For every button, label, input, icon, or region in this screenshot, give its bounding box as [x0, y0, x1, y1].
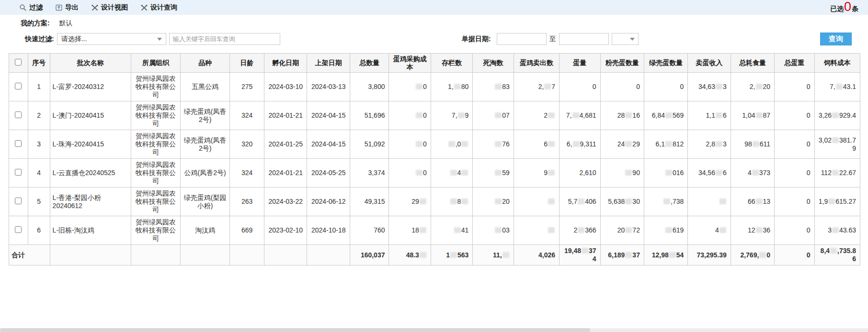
- column-header-breed[interactable]: 品种: [181, 54, 230, 73]
- column-header-green[interactable]: 绿壳蛋数量: [644, 54, 687, 73]
- quick-filter-select[interactable]: 请选择...: [57, 33, 166, 45]
- column-header-income[interactable]: 卖蛋收入: [688, 54, 731, 73]
- horizontal-scrollbar[interactable]: [0, 328, 868, 332]
- cell-pink: 90: [600, 159, 644, 188]
- column-header-cost[interactable]: 饲料成本: [814, 54, 860, 73]
- column-header-purchase[interactable]: 蛋鸡采购成本: [389, 54, 431, 73]
- totals-cell-cost: 8,4,735.86: [814, 245, 860, 266]
- cell-sold: 2,7: [514, 73, 559, 101]
- column-header-total[interactable]: 总数量: [350, 54, 389, 73]
- column-header-shelf[interactable]: 上架日期: [307, 54, 350, 73]
- cell-green: 6,1812: [644, 130, 687, 159]
- column-header-seq[interactable]: 序号: [28, 54, 50, 73]
- cell-seq: 1: [28, 73, 50, 101]
- cell-purchase: 0: [389, 130, 431, 159]
- filter-button[interactable]: 过滤: [19, 3, 43, 12]
- table-row: 3L-珠海-20240415贺州绿凤园农牧科技有限公司绿壳蛋鸡(凤香2号)320…: [9, 130, 860, 159]
- export-icon: [55, 4, 63, 11]
- export-button[interactable]: 导出: [55, 3, 79, 12]
- column-header-eggs[interactable]: 蛋量: [560, 54, 600, 73]
- plan-label: 我的方案:: [21, 19, 50, 27]
- cell-cost: 1,9615.27: [814, 188, 860, 216]
- row-checkbox[interactable]: [15, 111, 22, 118]
- select-all-checkbox[interactable]: [15, 59, 22, 66]
- cell-org: 贺州绿凤园农牧科技有限公司: [131, 101, 180, 130]
- cell-eggs: 2366: [560, 216, 600, 245]
- top-toolbar: 过滤 导出 设计视图 设计查询 已选 0 条: [0, 0, 868, 15]
- row-checkbox[interactable]: [15, 169, 22, 176]
- table-body: 1L-富罗-20240312贺州绿凤园农牧科技有限公司五黑公鸡2752024-0…: [9, 73, 860, 266]
- select-all-header-cell: [9, 54, 28, 73]
- column-header-weight[interactable]: 总蛋重: [775, 54, 814, 73]
- date-to-input[interactable]: [559, 33, 609, 45]
- cell-purchase: 18: [389, 216, 431, 245]
- row-select-cell: [9, 101, 28, 130]
- cell-cost: 7,43.1: [814, 73, 860, 101]
- design-query-button[interactable]: 设计查询: [140, 3, 177, 12]
- column-header-stock[interactable]: 存栏数: [431, 54, 472, 73]
- cell-cost: 11222.67: [814, 159, 860, 188]
- column-header-feed[interactable]: 总耗食量: [731, 54, 774, 73]
- date-from-input[interactable]: [497, 33, 547, 45]
- column-header-hatch[interactable]: 孵化日期: [264, 54, 307, 73]
- cell-stock: 1,80: [431, 73, 472, 101]
- row-checkbox[interactable]: [15, 226, 22, 233]
- cell-shelf: 2024-05-25: [307, 159, 350, 188]
- totals-row: 合计160,03748.3156311,4,02619,483746,18937…: [9, 245, 860, 266]
- cell-org: 贺州绿凤园农牧科技有限公司: [131, 130, 180, 159]
- row-select-cell: [9, 159, 28, 188]
- cell-hatch: 2024-01-21: [264, 101, 307, 130]
- design-view-button[interactable]: 设计视图: [91, 3, 128, 12]
- totals-cell-pink: 6,18937: [600, 245, 644, 266]
- cell-income: 4: [688, 216, 731, 245]
- cell-income: [688, 188, 731, 216]
- cell-seq: 3: [28, 130, 50, 159]
- cell-pink: 5,63830: [600, 188, 644, 216]
- cell-age: 324: [230, 101, 264, 130]
- results-table: 序号批次名称所属组织品种日龄孵化日期上架日期总数量蛋鸡采购成本存栏数死淘数蛋鸡卖…: [9, 53, 860, 266]
- keyword-search-input[interactable]: [169, 33, 280, 45]
- filter-button-label: 过滤: [29, 3, 43, 12]
- cell-total: 51,696: [350, 101, 389, 130]
- design-query-button-label: 设计查询: [150, 3, 177, 12]
- cell-batch: L-云直播仓20240525: [50, 159, 131, 188]
- row-checkbox[interactable]: [15, 140, 22, 147]
- plan-row: 我的方案: 默认: [0, 15, 868, 28]
- cell-batch: L-澳门-20240415: [50, 101, 131, 130]
- column-header-age[interactable]: 日龄: [230, 54, 264, 73]
- table-row: 1L-富罗-20240312贺州绿凤园农牧科技有限公司五黑公鸡2752024-0…: [9, 73, 860, 101]
- plan-value[interactable]: 默认: [59, 19, 73, 27]
- cell-breed: 绿壳蛋鸡(梨园小粉): [181, 188, 230, 216]
- row-checkbox[interactable]: [15, 83, 22, 89]
- date-preset-select[interactable]: [612, 33, 639, 45]
- cell-total: 51,092: [350, 130, 389, 159]
- row-select-cell: [9, 73, 28, 101]
- chevron-down-icon: [630, 38, 635, 41]
- cell-breed: 绿壳蛋鸡(凤香2号): [181, 130, 230, 159]
- cell-purchase: 0: [389, 73, 431, 101]
- totals-cell-green: 12,9854: [644, 245, 687, 266]
- quick-filter-select-value: 请选择...: [61, 35, 87, 44]
- row-checkbox[interactable]: [15, 198, 22, 204]
- column-header-pink[interactable]: 粉壳蛋数量: [600, 54, 644, 73]
- cell-income: 34,633: [688, 73, 731, 101]
- table-wrap: 序号批次名称所属组织品种日龄孵化日期上架日期总数量蛋鸡采购成本存栏数死淘数蛋鸡卖…: [9, 53, 860, 266]
- column-header-sold[interactable]: 蛋鸡卖出数: [514, 54, 559, 73]
- column-header-org[interactable]: 所属组织: [131, 54, 180, 73]
- design-tools-icon: [91, 4, 99, 11]
- scrollbar-thumb[interactable]: [0, 328, 590, 332]
- cell-income: 1,16: [688, 101, 731, 130]
- cell-deaths: 59: [473, 159, 514, 188]
- cell-cost: 3,02381.79: [814, 130, 860, 159]
- search-button[interactable]: 查询: [820, 33, 852, 45]
- totals-label: 合计: [9, 245, 50, 266]
- column-header-batch[interactable]: 批次名称: [50, 54, 131, 73]
- cell-green: 0: [644, 73, 687, 101]
- cell-hatch: 2023-02-10: [264, 216, 307, 245]
- totals-cell-org: [131, 245, 180, 266]
- search-icon: [19, 4, 27, 11]
- column-header-deaths[interactable]: 死淘数: [473, 54, 514, 73]
- cell-income: 34,566: [688, 159, 731, 188]
- cell-green: 619: [644, 216, 687, 245]
- cell-feed: 2,20: [731, 73, 774, 101]
